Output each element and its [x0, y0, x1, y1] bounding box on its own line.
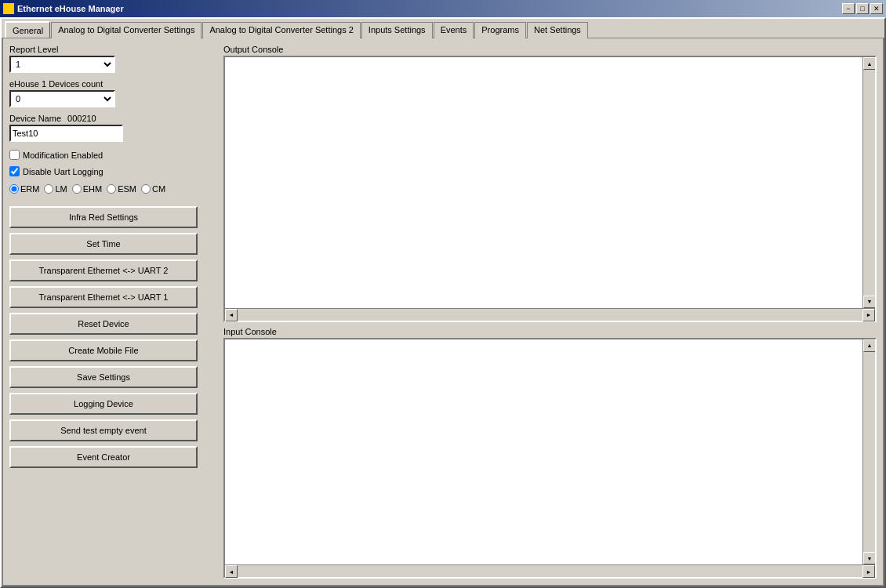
- output-scrollbar-h[interactable]: ◄ ►: [225, 308, 875, 321]
- tab-adc1[interactable]: Analog to Digital Converter Settings: [51, 22, 202, 38]
- ehouse-count-select[interactable]: 0 1 2 3 4 5: [9, 90, 115, 107]
- input-scroll-right[interactable]: ►: [862, 565, 875, 578]
- output-scroll-left[interactable]: ◄: [225, 309, 238, 321]
- left-panel: Report Level 1 2 3 4 5 eHouse 1 Devices …: [9, 45, 217, 579]
- output-scroll-down[interactable]: ▼: [863, 296, 875, 308]
- report-level-group: Report Level 1 2 3 4 5: [9, 45, 217, 73]
- radio-cm[interactable]: [141, 184, 151, 194]
- reset-device-button[interactable]: Reset Device: [9, 313, 198, 335]
- logging-device-button[interactable]: Logging Device: [9, 393, 198, 415]
- right-panel: Output Console ▲ ▼ ◄ ►: [223, 45, 877, 579]
- radio-ehm-label: EHM: [83, 184, 102, 194]
- output-scrollbar-v[interactable]: ▲ ▼: [862, 57, 875, 308]
- input-scrollbar-h[interactable]: ◄ ►: [225, 564, 875, 577]
- output-scroll-right[interactable]: ►: [862, 309, 875, 321]
- radio-lm[interactable]: [44, 184, 53, 194]
- radio-lm-label: LM: [55, 184, 67, 194]
- report-level-label: Report Level: [9, 45, 217, 54]
- tab-adc2[interactable]: Analog to Digital Converter Settings 2: [202, 22, 360, 38]
- infra-red-settings-button[interactable]: Infra Red Settings: [9, 206, 198, 228]
- title-bar: Ethernet eHouse Manager − □ ✕: [0, 0, 886, 17]
- radio-esm-label: ESM: [118, 184, 136, 194]
- device-name-code: 000210: [67, 114, 96, 123]
- radio-ehm[interactable]: [72, 184, 82, 194]
- output-console-label: Output Console: [223, 45, 877, 54]
- transparent-ethernet-uart2-button[interactable]: Transparent Ethernet <-> UART 2: [9, 260, 198, 281]
- modification-enabled-row: Modification Enabled: [9, 150, 217, 160]
- ehouse-count-label: eHouse 1 Devices count: [9, 79, 217, 89]
- input-console-section: Input Console ▲ ▼ ◄ ►: [223, 327, 877, 579]
- radio-erm-label: ERM: [20, 184, 39, 194]
- close-button[interactable]: ✕: [870, 3, 883, 14]
- output-scroll-track: [863, 70, 875, 296]
- output-scroll-htrack: [238, 309, 862, 321]
- create-mobile-file-button[interactable]: Create Mobile File: [9, 339, 198, 361]
- input-scroll-track: [863, 352, 875, 552]
- set-time-button[interactable]: Set Time: [9, 233, 198, 255]
- disable-uart-row: Disable Uart Logging: [9, 166, 217, 176]
- input-scroll-up[interactable]: ▲: [863, 339, 875, 352]
- minimize-button[interactable]: −: [842, 3, 855, 14]
- tab-programs[interactable]: Programs: [474, 22, 526, 38]
- input-scroll-htrack: [238, 565, 862, 577]
- tab-inputs[interactable]: Inputs Settings: [361, 22, 433, 38]
- device-name-group: Device Name 000210: [9, 114, 217, 142]
- main-window: General Analog to Digital Converter Sett…: [0, 17, 886, 588]
- output-console-content[interactable]: [225, 57, 862, 308]
- radio-esm[interactable]: [107, 184, 116, 194]
- tab-events[interactable]: Events: [434, 22, 474, 38]
- event-creator-button[interactable]: Event Creator: [9, 446, 198, 468]
- output-console-section: Output Console ▲ ▼ ◄ ►: [223, 45, 877, 322]
- output-scroll-up[interactable]: ▲: [863, 57, 875, 70]
- save-settings-button[interactable]: Save Settings: [9, 366, 198, 388]
- radio-erm[interactable]: [9, 184, 19, 194]
- input-scroll-left[interactable]: ◄: [225, 565, 238, 578]
- title-bar-text: Ethernet eHouse Manager: [17, 4, 124, 13]
- tab-content: Report Level 1 2 3 4 5 eHouse 1 Devices …: [2, 38, 884, 586]
- disable-uart-checkbox[interactable]: [9, 166, 20, 176]
- report-level-select[interactable]: 1 2 3 4 5: [9, 56, 115, 73]
- tab-bar: General Analog to Digital Converter Sett…: [2, 19, 884, 38]
- input-console-content[interactable]: [225, 339, 862, 564]
- modification-enabled-label: Modification Enabled: [23, 151, 103, 160]
- transparent-ethernet-uart1-button[interactable]: Transparent Ethernet <-> UART 1: [9, 286, 198, 308]
- radio-cm-label: CM: [152, 184, 165, 194]
- disable-uart-label: Disable Uart Logging: [23, 167, 103, 176]
- device-name-input[interactable]: [9, 125, 123, 142]
- input-scroll-down[interactable]: ▼: [863, 552, 875, 564]
- mode-radio-row: ERM LM EHM ESM CM: [9, 184, 217, 194]
- modification-enabled-checkbox[interactable]: [9, 150, 20, 160]
- tab-net[interactable]: Net Settings: [527, 22, 588, 38]
- input-console-label: Input Console: [223, 327, 877, 336]
- input-scrollbar-v[interactable]: ▲ ▼: [862, 339, 875, 564]
- device-name-label: Device Name: [9, 114, 61, 123]
- send-test-empty-event-button[interactable]: Send test empty event: [9, 419, 198, 441]
- maximize-button[interactable]: □: [856, 3, 869, 14]
- ehouse-count-group: eHouse 1 Devices count 0 1 2 3 4 5: [9, 79, 217, 107]
- app-icon: [3, 3, 14, 14]
- tab-general[interactable]: General: [5, 21, 50, 38]
